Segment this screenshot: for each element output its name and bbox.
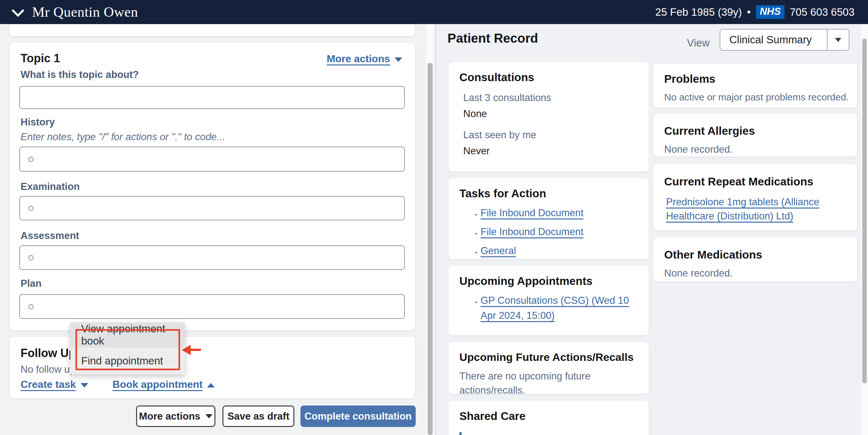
- task-link[interactable]: File Inbound Document: [480, 226, 584, 237]
- view-label: View: [687, 37, 710, 49]
- appointment-link[interactable]: GP Consultations (CSG) (Wed 10 Apr 2024,…: [480, 295, 629, 321]
- tasks-title: Tasks for Action: [459, 187, 638, 200]
- list-item: File Inbound Document: [480, 225, 638, 240]
- consultations-item-value: Never: [463, 145, 638, 157]
- topic-about-input[interactable]: [19, 86, 405, 109]
- empty-note-bullet-icon: [28, 206, 34, 211]
- topic-more-actions[interactable]: More actions: [327, 53, 402, 65]
- repeat-medications-card: Current Repeat Medications Prednisolone …: [653, 164, 857, 231]
- consultations-item-label: Last 3 consultations: [463, 92, 638, 104]
- task-link[interactable]: File Inbound Document: [480, 207, 584, 219]
- chevron-down-icon: [835, 38, 841, 42]
- record-view-select[interactable]: Clinical Summary: [720, 29, 849, 51]
- patient-name: Mr Quentin Owen: [32, 4, 138, 20]
- record-view-selected: Clinical Summary: [720, 34, 812, 46]
- save-as-draft-label: Save as draft: [227, 411, 289, 422]
- consultations-item-value: None: [463, 108, 638, 120]
- more-actions-button[interactable]: More actions: [136, 405, 215, 427]
- nhs-logo: NHS: [756, 5, 784, 19]
- list-item: General: [480, 244, 638, 259]
- upcoming-appointments-title: Upcoming Appointments: [459, 275, 638, 288]
- chevron-down-icon: [395, 58, 402, 62]
- assessment-label: Assessment: [21, 230, 79, 241]
- future-actions-title: Upcoming Future Actions/Recalls: [459, 351, 638, 364]
- shared-care-title: Shared Care: [459, 410, 638, 423]
- problems-text: No active or major past problems recorde…: [664, 92, 846, 103]
- empty-note-bullet-icon: [28, 157, 34, 162]
- tasks-list: File Inbound Document File Inbound Docum…: [459, 206, 638, 259]
- record-panel-scrollbar-thumb[interactable]: [862, 38, 867, 383]
- list-item: File Inbound Document: [480, 206, 638, 221]
- record-accent-bar: [459, 432, 462, 435]
- complete-consultation-label: Complete consultation: [304, 411, 411, 422]
- consultations-title: Consultations: [459, 71, 638, 84]
- topic-more-actions-label[interactable]: More actions: [327, 53, 390, 65]
- more-actions-button-label: More actions: [139, 411, 200, 422]
- patient-banner: Mr Quentin Owen 25 Feb 1985 (39y) • NHS …: [0, 0, 868, 24]
- annotation-highlight-box: [75, 329, 180, 370]
- patient-record-title: Patient Record: [447, 31, 538, 45]
- current-allergies-card: Current Allergies None recorded.: [653, 113, 857, 157]
- save-as-draft-button[interactable]: Save as draft: [222, 405, 294, 427]
- chevron-down-icon: [81, 383, 88, 388]
- complete-consultation-button[interactable]: Complete consultation: [301, 405, 416, 427]
- shared-care-record-row[interactable]: BSol Shared Care Record: [459, 432, 638, 435]
- left-panel-scrollbar-thumb[interactable]: [428, 63, 433, 435]
- previous-card-stub: [10, 24, 415, 36]
- empty-note-bullet-icon: [28, 255, 34, 261]
- consultations-card: Consultations Last 3 consultations None …: [448, 62, 649, 172]
- topic-title: Topic 1: [21, 52, 60, 65]
- upcoming-appointments-card: Upcoming Appointments GP Consultations (…: [448, 266, 649, 335]
- problems-card: Problems No active or major past problem…: [653, 64, 857, 108]
- assessment-input[interactable]: [19, 245, 405, 270]
- nhs-number: 705 603 6503: [790, 6, 855, 18]
- select-arrow-button[interactable]: [827, 30, 849, 50]
- history-label: History: [21, 116, 55, 128]
- other-medications-card: Other Medications None recorded.: [653, 237, 857, 282]
- medication-link[interactable]: Prednisolone 1mg tablets (Alliance Healt…: [666, 195, 844, 223]
- follow-up-actions: Create task Book appointment: [21, 378, 215, 391]
- examination-label: Examination: [21, 181, 80, 193]
- examination-input[interactable]: [19, 196, 405, 221]
- future-actions-text: There are no upcoming future actions/rec…: [459, 369, 597, 394]
- other-medications-text: None recorded.: [664, 268, 846, 279]
- plan-input[interactable]: [19, 294, 405, 319]
- future-actions-card: Upcoming Future Actions/Recalls There ar…: [448, 342, 649, 394]
- patient-demographics: 25 Feb 1985 (39y) • NHS 705 603 6503: [655, 5, 855, 19]
- consultation-screen: Mr Quentin Owen 25 Feb 1985 (39y) • NHS …: [0, 0, 868, 435]
- empty-note-bullet-icon: [28, 304, 34, 309]
- book-appointment-link[interactable]: Book appointment: [112, 378, 203, 390]
- task-link[interactable]: General: [480, 245, 516, 256]
- chevron-down-icon: [206, 414, 213, 418]
- chevron-down-icon[interactable]: [11, 4, 24, 17]
- separator-dot: •: [747, 6, 751, 18]
- list-item: GP Consultations (CSG) (Wed 10 Apr 2024,…: [480, 294, 631, 324]
- upcoming-appointments-list: GP Consultations (CSG) (Wed 10 Apr 2024,…: [459, 294, 638, 324]
- tasks-for-action-card: Tasks for Action File Inbound Document F…: [448, 178, 649, 259]
- shared-care-card: Shared Care BSol Shared Care Record: [448, 401, 649, 435]
- current-allergies-title: Current Allergies: [664, 125, 846, 137]
- problems-title: Problems: [664, 72, 846, 85]
- annotation-arrow-icon: [182, 345, 191, 355]
- topic-about-label: What is this topic about?: [21, 69, 139, 80]
- current-allergies-text: None recorded.: [664, 144, 846, 155]
- plan-label: Plan: [21, 278, 41, 289]
- annotation-arrow-tail: [190, 349, 201, 351]
- chevron-up-icon: [207, 383, 215, 388]
- shared-care-record-label: BSol Shared Care Record: [468, 434, 626, 435]
- topic-card: Topic 1 More actions What is this topic …: [10, 43, 415, 330]
- create-task-link[interactable]: Create task: [21, 378, 76, 390]
- patient-record-panel: Patient Record View Clinical Summary Con…: [435, 24, 868, 435]
- dob-age: 25 Feb 1985 (39y): [655, 6, 742, 18]
- other-medications-title: Other Medications: [664, 248, 846, 261]
- repeat-medications-title: Current Repeat Medications: [664, 175, 846, 188]
- follow-up-title: Follow Up: [21, 346, 76, 360]
- follow-up-status: No follow up: [21, 364, 75, 375]
- consultations-item-label: Last seen by me: [463, 129, 638, 141]
- history-input[interactable]: [19, 146, 405, 172]
- history-placeholder: Enter notes, type "/" for actions or "."…: [21, 131, 225, 143]
